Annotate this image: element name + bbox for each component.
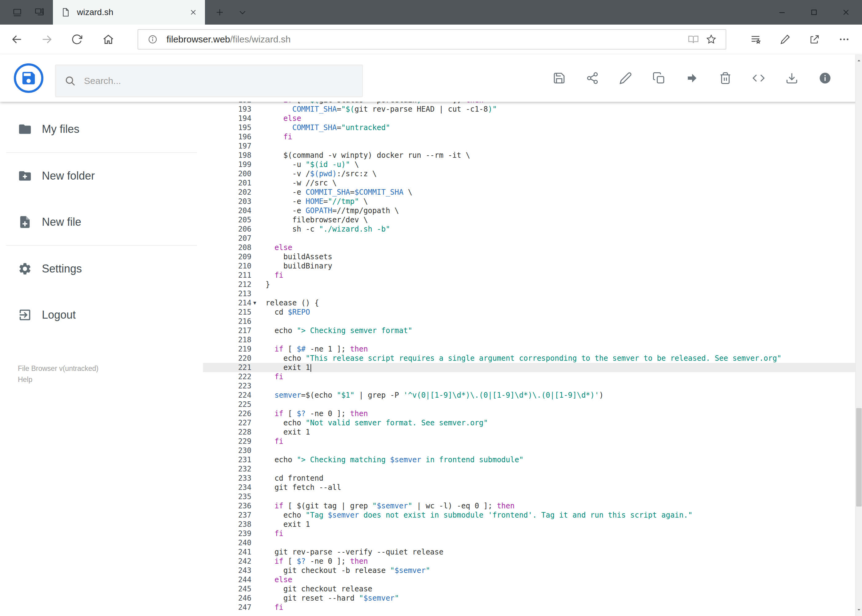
close-tab-icon[interactable] (189, 9, 197, 16)
code-line[interactable]: 208 else (203, 243, 855, 252)
code-line[interactable]: 192 if [ "$(git status --porcelain)" = "… (203, 102, 855, 105)
info-button[interactable] (808, 61, 842, 95)
code-line[interactable]: 237 echo "Tag $semver does not exist in … (203, 511, 855, 520)
code-line[interactable]: 200 -v /$(pwd):/src:z \ (203, 169, 855, 178)
code-line[interactable]: 210 buildBinary (203, 261, 855, 270)
code-line[interactable]: 247 fi (203, 603, 855, 612)
maximize-button[interactable] (798, 0, 830, 25)
sidebar-item-logout[interactable]: Logout (0, 292, 203, 338)
code-line[interactable]: 211 fi (203, 270, 855, 280)
code-line[interactable]: 236 if [ $(git tag | grep "$semver" | wc… (203, 501, 855, 511)
share-button[interactable] (576, 61, 609, 95)
code-line[interactable]: 203 -e HOME="//tmp" \ (203, 197, 855, 206)
code-line[interactable]: 204 -e GOPATH=//tmp/gopath \ (203, 206, 855, 215)
scroll-down-button[interactable] (856, 604, 862, 616)
back-button[interactable] (5, 27, 29, 52)
code-line[interactable]: 198 $(command -v winpty) docker run --rm… (203, 151, 855, 160)
code-editor[interactable]: 192 if [ "$(git status --porcelain)" = "… (203, 102, 855, 616)
code-line[interactable]: 217 echo "> Checking semver format" (203, 326, 855, 335)
code-line[interactable]: 233 cd frontend (203, 474, 855, 483)
code-line[interactable]: 194 else (203, 114, 855, 123)
code-line[interactable]: 218 (203, 335, 855, 344)
code-line[interactable]: 219 if [ $# -ne 1 ]; then (203, 344, 855, 354)
code-line[interactable]: 199 -u "$(id -u)" \ (203, 160, 855, 169)
code-line[interactable]: 209 buildAssets (203, 252, 855, 261)
download-button[interactable] (775, 61, 808, 95)
code-line[interactable]: 227 echo "Not valid semver format. See s… (203, 418, 855, 427)
code-line[interactable]: 230 (203, 446, 855, 455)
code-line[interactable]: 231 echo "> Checking matching $semver in… (203, 455, 855, 464)
code-line[interactable]: 201 -w //src \ (203, 178, 855, 188)
sidebar-item-my-files[interactable]: My files (0, 106, 203, 152)
code-line[interactable]: 215 cd $REPO (203, 308, 855, 317)
reading-view-button[interactable] (684, 30, 702, 48)
code-line[interactable]: 197 (203, 141, 855, 151)
search-input[interactable] (84, 75, 354, 86)
scrollbar-thumb[interactable] (856, 408, 862, 506)
code-line[interactable]: 242 if [ $? -ne 0 ]; then (203, 557, 855, 566)
code-line[interactable]: 224 semver=$(echo "$1" | grep -P '^v(0|[… (203, 391, 855, 400)
share-button-browser[interactable] (800, 27, 829, 52)
code-line[interactable]: 222 fi (203, 372, 855, 381)
forward-button[interactable] (35, 27, 59, 52)
code-line[interactable]: 216 (203, 317, 855, 326)
code-line[interactable]: 202 -e COMMIT_SHA=$COMMIT_SHA \ (203, 188, 855, 197)
code-line[interactable]: 246 git reset --hard "$semver" (203, 594, 855, 603)
move-button[interactable] (676, 61, 709, 95)
ink-button[interactable] (770, 27, 800, 52)
code-line[interactable]: 207 (203, 234, 855, 243)
code-line[interactable]: 213 (203, 289, 855, 298)
code-line[interactable]: 238 exit 1 (203, 520, 855, 529)
refresh-button[interactable] (65, 27, 89, 52)
edit-button[interactable] (609, 61, 642, 95)
add-favorite-button[interactable] (702, 30, 720, 48)
code-line[interactable]: 214▾release () { (203, 298, 855, 308)
code-line[interactable]: 195 COMMIT_SHA="untracked" (203, 123, 855, 132)
code-line[interactable]: 220 echo "This release script requires a… (203, 354, 855, 363)
save-button[interactable] (542, 61, 576, 95)
page-scrollbar[interactable] (855, 55, 862, 616)
code-line[interactable]: 239 fi (203, 529, 855, 538)
folder-plus-icon (18, 169, 32, 183)
more-button[interactable] (829, 27, 859, 52)
raw-code-button[interactable] (742, 61, 775, 95)
code-line[interactable]: 245 git checkout release (203, 584, 855, 594)
home-button[interactable] (96, 27, 121, 52)
code-line[interactable]: 234 git fetch --all (203, 483, 855, 492)
code-line[interactable]: 232 (203, 464, 855, 474)
show-tab-previews-button[interactable] (232, 0, 254, 25)
url-field[interactable]: filebrowser.web/files/wizard.sh (137, 29, 726, 50)
hub-button[interactable] (741, 27, 770, 52)
copy-button[interactable] (642, 61, 676, 95)
code-line[interactable]: 225 (203, 400, 855, 409)
code-line[interactable]: 243 git checkout -b release "$semver" (203, 566, 855, 575)
search-box[interactable] (55, 64, 363, 97)
code-line[interactable]: 226 if [ $? -ne 0 ]; then (203, 409, 855, 418)
sidebar-item-new-file[interactable]: New file (0, 199, 203, 245)
delete-button[interactable] (709, 61, 742, 95)
minimize-button[interactable] (766, 0, 798, 25)
code-line[interactable]: 228 exit 1 (203, 427, 855, 437)
scroll-up-button[interactable] (856, 55, 862, 67)
code-line[interactable]: 196 fi (203, 132, 855, 141)
code-line[interactable]: 221 exit 1 (203, 363, 855, 372)
site-info-icon[interactable] (144, 30, 162, 48)
sidebar-item-settings[interactable]: Settings (0, 246, 203, 292)
help-link[interactable]: Help (18, 374, 98, 385)
browser-tab-wizard-sh[interactable]: wizard.sh (53, 0, 205, 25)
code-line[interactable]: 235 (203, 492, 855, 501)
code-line[interactable]: 193 COMMIT_SHA="$(git rev-parse HEAD | c… (203, 105, 855, 114)
code-line[interactable]: 240 (203, 538, 855, 547)
code-line[interactable]: 206 sh -c "./wizard.sh -b" (203, 225, 855, 234)
code-line[interactable]: 223 (203, 381, 855, 391)
close-window-button[interactable] (830, 0, 862, 25)
set-tabs-aside-button[interactable] (6, 0, 28, 25)
tabs-preview-button[interactable] (28, 0, 50, 25)
code-line[interactable]: 212} (203, 280, 855, 289)
code-line[interactable]: 229 fi (203, 437, 855, 446)
code-line[interactable]: 244 else (203, 575, 855, 584)
new-tab-button[interactable] (209, 0, 231, 25)
sidebar-item-new-folder[interactable]: New folder (0, 153, 203, 199)
code-line[interactable]: 241 git rev-parse --verify --quiet relea… (203, 547, 855, 557)
code-line[interactable]: 205 filebrowser/dev \ (203, 215, 855, 225)
